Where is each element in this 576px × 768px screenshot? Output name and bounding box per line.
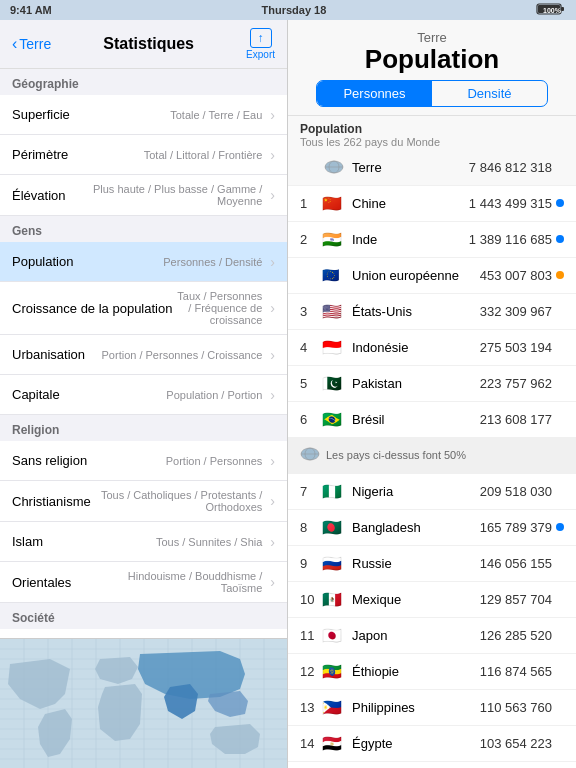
section-header: Géographie: [0, 69, 287, 95]
pop-section-sub: Tous les 262 pays du Monde: [300, 136, 564, 148]
country-name: Russie: [352, 556, 462, 571]
world-dot: [556, 163, 564, 171]
country-value: 453 007 803: [462, 268, 552, 283]
list-item[interactable]: PérimètreTotal / Littoral / Frontière›: [0, 135, 287, 175]
list-item-right: Tous / Sunnites / Shia›: [92, 534, 275, 550]
country-row[interactable]: 8🇧🇩Bangladesh165 789 379: [288, 510, 576, 546]
country-flag: 🇵🇰: [322, 374, 346, 393]
list-item[interactable]: ChristianismeTous / Catholiques / Protes…: [0, 481, 287, 522]
list-item-name: Christianisme: [12, 494, 92, 509]
list-item-name: Urbanisation: [12, 347, 92, 362]
list-item[interactable]: PopulationPersonnes / Densité›: [0, 242, 287, 282]
chevron-right-icon: ›: [270, 534, 275, 550]
list-item-right: Tous / Catholiques / Protestants / Ortho…: [92, 489, 275, 513]
list-item-name: Population: [12, 254, 92, 269]
list-item-name: Sans religion: [12, 453, 92, 468]
list-item-name: Croissance de la population: [12, 301, 172, 316]
status-time: 9:41 AM: [10, 4, 52, 16]
list-item-right: Plus haute / Plus basse / Gamme / Moyenn…: [92, 183, 275, 207]
country-name: Indonésie: [352, 340, 462, 355]
section-header: Société: [0, 603, 287, 629]
country-row[interactable]: 7🇳🇬Nigeria209 518 030: [288, 474, 576, 510]
list-item-sub: Personnes / Densité: [163, 256, 262, 268]
list-item[interactable]: SuperficieTotale / Terre / Eau›: [0, 95, 287, 135]
country-dot: [556, 631, 564, 639]
country-row[interactable]: 10🇲🇽Mexique129 857 704: [288, 582, 576, 618]
map-thumbnail: [0, 638, 287, 768]
export-button[interactable]: Export: [246, 28, 275, 60]
country-row[interactable]: 2🇮🇳Inde1 389 116 685: [288, 222, 576, 258]
country-rank: 10: [300, 592, 322, 607]
country-value: 129 857 704: [462, 592, 552, 607]
list-item[interactable]: IslamTous / Sunnites / Shia›: [0, 522, 287, 562]
list-item[interactable]: Croissance de la populationTaux / Person…: [0, 282, 287, 335]
list-item-right: Portion / Personnes›: [92, 453, 275, 469]
country-rank: 2: [300, 232, 322, 247]
chevron-right-icon: ›: [270, 493, 275, 509]
world-globe-icon: [322, 160, 346, 174]
back-button[interactable]: ‹ Terre: [12, 35, 51, 53]
left-panel-title: Statistiques: [51, 35, 246, 53]
country-rank: 13: [300, 700, 322, 715]
country-row[interactable]: 9🇷🇺Russie146 056 155: [288, 546, 576, 582]
country-rank: 1: [300, 196, 322, 211]
country-rank: 12: [300, 664, 322, 679]
country-name: Bangladesh: [352, 520, 462, 535]
list-item[interactable]: CapitalePopulation / Portion›: [0, 375, 287, 415]
country-value: 103 654 223: [462, 736, 552, 751]
country-dot: [556, 523, 564, 531]
list-item-name: Orientales: [12, 575, 92, 590]
svg-rect-1: [561, 7, 564, 11]
country-row[interactable]: 5🇵🇰Pakistan223 757 962: [288, 366, 576, 402]
country-row[interactable]: 🇪🇺Union européenne453 007 803: [288, 258, 576, 294]
list-item[interactable]: UrbanisationPortion / Personnes / Croiss…: [0, 335, 287, 375]
country-dot: [556, 559, 564, 567]
country-name: Mexique: [352, 592, 462, 607]
segment-densite[interactable]: Densité: [432, 81, 547, 106]
chevron-right-icon: ›: [270, 387, 275, 403]
list-item-right: Hindouisme / Bouddhisme / Taoïsme›: [92, 570, 275, 594]
list-item[interactable]: SocialProgrès / Besoins / Bien-être / Op…: [0, 629, 287, 638]
country-rank: 9: [300, 556, 322, 571]
country-row[interactable]: 14🇪🇬Égypte103 654 223: [288, 726, 576, 762]
right-subtitle: Terre: [304, 30, 560, 45]
pop-section-title: Population: [300, 122, 564, 136]
country-value: 116 874 565: [462, 664, 552, 679]
country-row[interactable]: 15🇻🇳Vietnam97 945 502: [288, 762, 576, 768]
country-value: 126 285 520: [462, 628, 552, 643]
status-date: Thursday 18: [261, 4, 326, 16]
segment-personnes[interactable]: Personnes: [317, 81, 432, 106]
list-item-sub: Hindouisme / Bouddhisme / Taoïsme: [92, 570, 262, 594]
country-name: Pakistan: [352, 376, 462, 391]
world-row: Terre 7 846 812 318: [288, 150, 576, 186]
country-row[interactable]: 12🇪🇹Éthiopie116 874 565: [288, 654, 576, 690]
country-rank: 6: [300, 412, 322, 427]
country-flag: 🇧🇩: [322, 518, 346, 537]
country-row[interactable]: 11🇯🇵Japon126 285 520: [288, 618, 576, 654]
list-item[interactable]: Sans religionPortion / Personnes›: [0, 441, 287, 481]
list-item-name: Islam: [12, 534, 92, 549]
segmented-control: Personnes Densité: [316, 80, 548, 107]
svg-text:100%: 100%: [543, 7, 562, 14]
country-row[interactable]: 1🇨🇳Chine1 443 499 315: [288, 186, 576, 222]
list-item-sub: Portion / Personnes / Croissance: [102, 349, 263, 361]
world-value: 7 846 812 318: [462, 160, 552, 175]
country-name: États-Unis: [352, 304, 462, 319]
country-name: Japon: [352, 628, 462, 643]
country-row[interactable]: 6🇧🇷Brésil213 608 177: [288, 402, 576, 438]
country-rank: 5: [300, 376, 322, 391]
right-title: Population: [304, 45, 560, 74]
country-row[interactable]: 4🇮🇩Indonésie275 503 194: [288, 330, 576, 366]
country-name: Nigeria: [352, 484, 462, 499]
right-panel: Terre Population Personnes Densité Popul…: [288, 20, 576, 768]
list-item[interactable]: ÉlévationPlus haute / Plus basse / Gamme…: [0, 175, 287, 216]
back-chevron-icon: ‹: [12, 35, 17, 53]
country-flag: 🇮🇩: [322, 338, 346, 357]
country-row[interactable]: 13🇵🇭Philippines110 563 760: [288, 690, 576, 726]
country-row[interactable]: 3🇺🇸États-Unis332 309 967: [288, 294, 576, 330]
list-item-sub: Tous / Sunnites / Shia: [156, 536, 262, 548]
section-header: Gens: [0, 216, 287, 242]
list-item-sub: Totale / Terre / Eau: [170, 109, 262, 121]
list-item[interactable]: OrientalesHindouisme / Bouddhisme / Taoï…: [0, 562, 287, 603]
country-flag: 🇯🇵: [322, 626, 346, 645]
